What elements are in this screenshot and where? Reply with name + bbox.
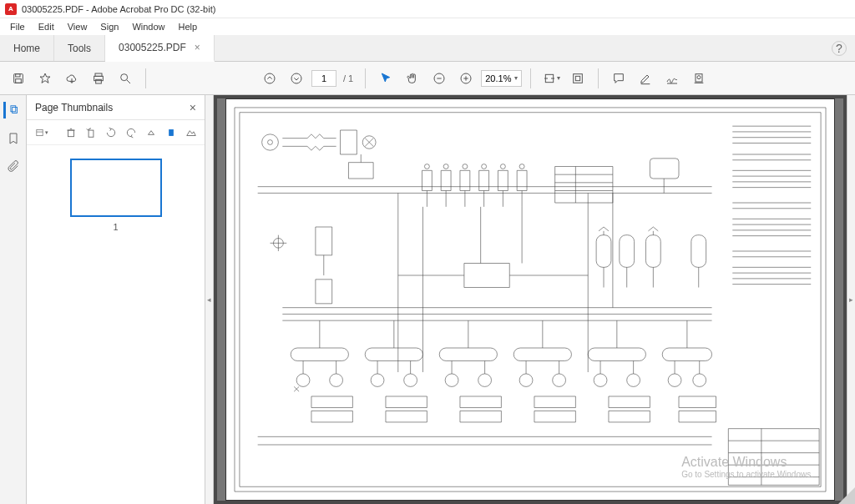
svg-rect-170 (609, 411, 650, 422)
pointer-icon[interactable] (374, 67, 397, 90)
menu-file[interactable]: File (3, 20, 32, 33)
svg-rect-120 (691, 235, 706, 268)
svg-point-7 (121, 73, 128, 80)
tab-home[interactable]: Home (0, 35, 54, 61)
thumbnails-rail-icon[interactable] (3, 102, 20, 118)
svg-rect-23 (696, 73, 702, 81)
rotate-cw-icon[interactable] (105, 126, 117, 139)
star-icon[interactable] (33, 67, 57, 90)
svg-rect-157 (514, 348, 571, 360)
chevron-down-icon: ▾ (514, 74, 518, 82)
svg-rect-134 (291, 348, 348, 360)
print-icon[interactable] (87, 67, 110, 90)
svg-line-129 (653, 227, 658, 231)
svg-rect-89 (498, 170, 508, 190)
zoom-value: 20.1% (485, 73, 511, 83)
svg-point-172 (668, 374, 681, 386)
fit-width-icon[interactable]: ▾ (539, 67, 563, 90)
main-area: Page Thumbnails × ▾ 1 ◂ (0, 95, 855, 504)
search-icon[interactable] (114, 67, 137, 90)
bookmark-rail-icon[interactable] (5, 130, 22, 147)
resize-grip[interactable] (838, 487, 855, 504)
zoom-large-icon[interactable] (185, 126, 197, 139)
rotate-ccw-icon[interactable] (85, 126, 97, 139)
svg-point-165 (594, 374, 607, 386)
document-viewer[interactable]: Activate Windows Go to Settings to activ… (214, 95, 847, 504)
svg-rect-163 (534, 411, 575, 422)
separator (598, 68, 599, 88)
svg-point-173 (693, 374, 706, 386)
menu-help[interactable]: Help (172, 20, 205, 33)
svg-point-9 (265, 73, 275, 83)
svg-rect-177 (679, 411, 716, 422)
zoom-select[interactable]: 20.1%▾ (481, 70, 522, 87)
tab-bar: Home Tools 03005225.PDF × ? (0, 35, 855, 62)
attachments-rail-icon[interactable] (5, 159, 22, 175)
help-button[interactable]: ? (832, 41, 847, 56)
svg-point-67 (262, 134, 279, 150)
expand-tools-handle[interactable]: ▸ (847, 95, 855, 504)
hand-icon[interactable] (401, 67, 424, 90)
svg-rect-100 (650, 159, 679, 179)
thumbnail-panel: Page Thumbnails × ▾ 1 (27, 95, 205, 504)
menu-bar: File Edit View Sign Window Help (0, 18, 855, 35)
save-icon[interactable] (7, 67, 30, 90)
menu-window[interactable]: Window (125, 20, 171, 33)
svg-rect-39 (728, 429, 819, 486)
svg-rect-77 (422, 170, 432, 190)
tab-home-label: Home (13, 43, 40, 54)
tab-tools[interactable]: Tools (54, 35, 105, 61)
svg-rect-117 (596, 235, 611, 268)
page-down-icon[interactable] (285, 67, 308, 90)
delete-icon[interactable] (65, 126, 77, 139)
close-panel-icon[interactable]: × (190, 101, 196, 114)
comment-icon[interactable] (607, 67, 630, 90)
menu-view[interactable]: View (61, 20, 94, 33)
thumb-options-icon[interactable]: ▾ (35, 126, 48, 139)
thumbnail-list[interactable]: 1 (27, 145, 205, 504)
separator (365, 68, 366, 88)
menu-sign[interactable]: Sign (94, 20, 125, 33)
fit-page-icon[interactable] (566, 67, 589, 90)
pdf-page[interactable] (225, 98, 835, 501)
stamp-icon[interactable] (687, 67, 711, 90)
tab-document[interactable]: 03005225.PDF × (105, 35, 215, 62)
thumbnail-item[interactable]: 1 (70, 159, 162, 232)
svg-rect-108 (464, 264, 509, 288)
svg-rect-80 (441, 170, 451, 190)
app-icon: A (5, 3, 17, 15)
zoom-in-icon[interactable] (454, 67, 478, 90)
menu-edit[interactable]: Edit (32, 20, 61, 33)
svg-point-68 (268, 140, 273, 145)
svg-marker-3 (40, 73, 50, 83)
page-up-icon[interactable] (258, 67, 281, 90)
svg-marker-34 (149, 130, 154, 134)
highlight-icon[interactable] (634, 67, 657, 90)
tab-close-icon[interactable]: × (195, 42, 200, 53)
svg-rect-105 (316, 227, 332, 255)
svg-point-88 (482, 164, 487, 169)
window-title: 03005225.PDF - Adobe Acrobat Pro DC (32-… (22, 4, 215, 14)
svg-line-130 (648, 227, 653, 231)
svg-rect-27 (13, 108, 18, 113)
svg-rect-118 (620, 235, 635, 268)
collapse-panel-handle[interactable]: ◂ (205, 95, 214, 504)
svg-rect-20 (576, 76, 580, 80)
page-number-input[interactable] (311, 70, 336, 87)
thumbnail-image[interactable] (70, 159, 162, 217)
svg-line-8 (127, 80, 130, 83)
svg-point-82 (443, 164, 448, 169)
svg-line-127 (599, 227, 604, 231)
svg-point-144 (371, 374, 384, 386)
cloud-icon[interactable] (60, 67, 83, 90)
thumb-view-single-icon[interactable] (165, 126, 177, 139)
zoom-out-icon[interactable] (428, 67, 451, 90)
sign-icon[interactable] (660, 67, 684, 90)
rotate-icon[interactable] (125, 126, 137, 139)
zoom-small-icon[interactable] (145, 126, 157, 139)
separator (530, 68, 531, 88)
left-nav-rail (0, 95, 27, 504)
svg-rect-26 (11, 106, 16, 112)
svg-rect-148 (386, 396, 427, 408)
svg-rect-2 (16, 78, 22, 83)
